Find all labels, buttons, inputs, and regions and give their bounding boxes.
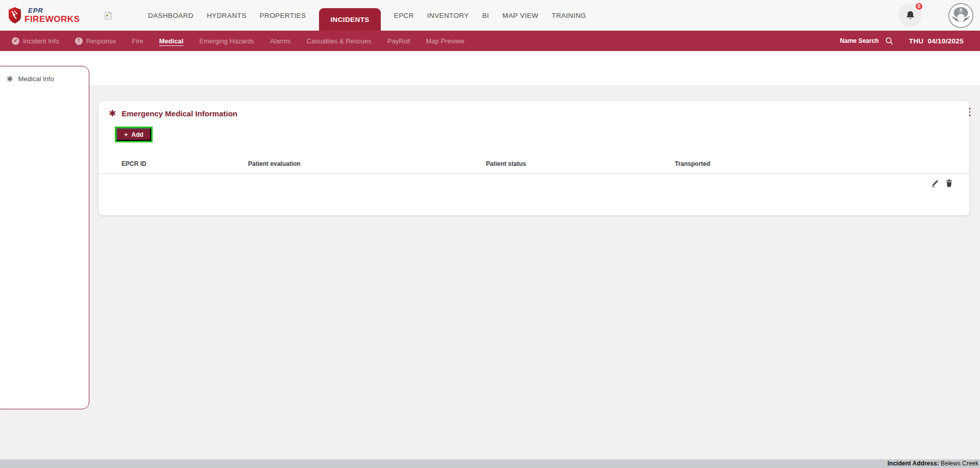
incident-address-value: Belews Creek [941, 460, 978, 467]
asterisk-icon: ✱ [7, 75, 13, 83]
subnav-incident-info[interactable]: ✓ Incident Info [12, 37, 59, 45]
nav-inventory[interactable]: INVENTORY [427, 0, 469, 31]
incident-subnav: ✓ Incident Info ! Response Fire Medical … [0, 31, 980, 51]
column-epcr-id: EPCR ID [121, 160, 146, 167]
status-strip: Incident Address: Belews Creek [0, 459, 980, 468]
emergency-medical-card: ✱ Emergency Medical Information + Add EP… [99, 101, 969, 215]
helmet-avatar-image [949, 4, 972, 27]
brand-epr: EPR [28, 7, 80, 14]
medical-sidebar: ✱ Medical Info [0, 66, 89, 409]
user-avatar[interactable] [948, 3, 973, 28]
primary-nav: DASHBOARD HYDRANTS PROPERTIES INCIDENTS … [148, 0, 586, 31]
subnav-map-preview[interactable]: Map Preview [426, 37, 464, 45]
check-circle-icon: ✓ [12, 37, 19, 45]
plus-icon: + [124, 131, 128, 138]
exclamation-circle-icon: ! [75, 37, 83, 45]
add-button[interactable]: + Add [116, 128, 151, 141]
search-icon[interactable] [885, 37, 894, 45]
incident-header-band: Incident Validate Incident ✓ Complete ✖ … [0, 51, 980, 85]
sidebar-item-medical-info[interactable]: ✱ Medical Info [0, 66, 89, 83]
subnav-fire[interactable]: Fire [132, 37, 143, 45]
nav-map-view[interactable]: MAP VIEW [502, 0, 538, 31]
table-header-row: EPCR ID Patient evaluation Patient statu… [99, 155, 969, 174]
nav-hydrants[interactable]: HYDRANTS [207, 0, 246, 31]
top-header: EPR FIREWORKS DASHBOARD HYDRANTS PROPERT… [0, 0, 980, 31]
nav-dashboard[interactable]: DASHBOARD [148, 0, 193, 31]
notifications-button[interactable]: 0 [898, 4, 922, 27]
nav-bi[interactable]: BI [482, 0, 489, 31]
delete-trash-icon[interactable] [945, 179, 953, 187]
nav-properties[interactable]: PROPERTIES [260, 0, 306, 31]
app-logo[interactable]: EPR FIREWORKS [8, 7, 80, 24]
edit-pencil-icon[interactable] [931, 179, 939, 187]
logo-shield-icon [8, 7, 21, 24]
incident-address-label: Incident Address: [888, 460, 939, 467]
brand-fireworks: FIREWORKS [24, 15, 80, 23]
nav-incidents-active-tab[interactable]: INCIDENTS [319, 8, 380, 31]
medical-asterisk-icon: ✱ [109, 109, 116, 118]
add-button-highlight: + Add [115, 127, 153, 142]
subnav-medical-active[interactable]: Medical [159, 37, 184, 45]
subnav-casualties-rescues[interactable]: Casualties & Rescues [307, 37, 372, 45]
name-search-button[interactable]: Name Search [840, 37, 879, 44]
subnav-alarms[interactable]: Alarms [270, 37, 290, 45]
subnav-payroll[interactable]: PayRoll [387, 37, 410, 45]
current-date: THU 04/10/2025 [909, 37, 964, 45]
table-row [99, 174, 969, 193]
subnav-response[interactable]: ! Response [75, 37, 116, 45]
column-patient-status: Patient status [486, 160, 526, 167]
column-patient-evaluation: Patient evaluation [248, 160, 301, 167]
bell-icon [905, 10, 916, 21]
notification-badge: 0 [915, 2, 923, 11]
column-transported: Transported [675, 160, 710, 167]
broken-image-icon [105, 12, 112, 20]
card-title: Emergency Medical Information [121, 109, 237, 118]
nav-training[interactable]: TRAINING [552, 0, 586, 31]
subnav-emerging-hazards[interactable]: Emerging Hazards [199, 37, 254, 45]
nav-epcr[interactable]: EPCR [394, 0, 414, 31]
